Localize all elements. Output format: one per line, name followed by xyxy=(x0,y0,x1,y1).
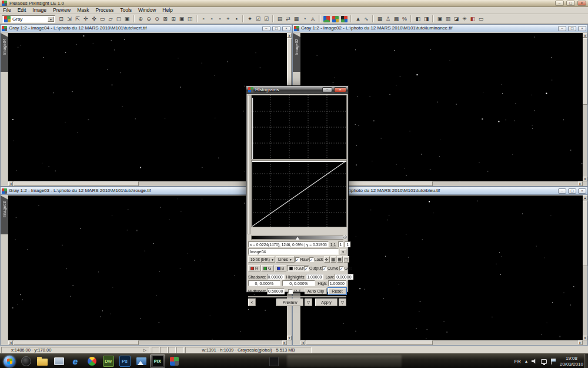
horizontal-scrollbar[interactable]: ◄ ► xyxy=(8,181,287,186)
scroll-right-icon[interactable]: ► xyxy=(578,181,583,186)
tile-windows-icon[interactable]: ◫ xyxy=(186,15,194,23)
scroll-left-icon[interactable]: ◄ xyxy=(8,340,13,345)
menu-item[interactable]: Tools xyxy=(120,7,132,14)
menu-item[interactable]: File xyxy=(3,7,11,14)
horizontal-scrollbar[interactable]: ◄ ► xyxy=(8,340,287,345)
scroll-up-icon[interactable]: ▲ xyxy=(583,33,587,38)
resolution-select[interactable]: 16-bit (64K)▼ xyxy=(248,256,275,263)
app-minimize-button[interactable]: – xyxy=(555,1,564,6)
restore-button[interactable]: ▢ xyxy=(568,188,576,194)
media-player-icon[interactable] xyxy=(18,354,34,368)
channel-merge-icon[interactable] xyxy=(340,15,349,23)
pictures-icon[interactable] xyxy=(51,354,66,368)
readout-mode-icon[interactable]: ▱ xyxy=(106,15,115,23)
percent-icon[interactable]: % xyxy=(400,15,409,23)
minimize-button[interactable]: – xyxy=(558,26,566,31)
figure-icon[interactable]: ♙ xyxy=(384,15,392,23)
mode-select[interactable]: Gray ▼ xyxy=(2,15,55,23)
stop-icon[interactable]: ▪ xyxy=(232,15,240,23)
vertical-scrollbar[interactable]: ▲ ▼ xyxy=(583,33,587,181)
next-icon[interactable]: ▫ xyxy=(208,15,216,23)
zoom-x-field[interactable]: 1 xyxy=(338,241,344,247)
scroll-thumb[interactable] xyxy=(583,201,587,266)
midtones-field[interactable]: 0.50000 xyxy=(267,289,285,294)
enable-stf-checkbox-icon[interactable]: ☑ xyxy=(254,15,262,23)
pixinsight-le-icon[interactable] xyxy=(166,354,182,368)
zoom-1-1-icon[interactable]: ⊙ xyxy=(153,15,161,23)
image-viewer-icon[interactable] xyxy=(133,354,149,368)
stf-icon[interactable]: ✦ xyxy=(246,15,254,23)
restore-button[interactable]: ▢ xyxy=(568,26,576,31)
plot-vertical-scrollbar[interactable] xyxy=(248,95,250,234)
image-select-arrow-icon[interactable]: ▼ xyxy=(340,249,346,254)
internet-explorer-icon[interactable]: e xyxy=(68,354,83,368)
close-button[interactable]: × xyxy=(282,26,290,31)
graph-style-select[interactable]: Lines▼ xyxy=(276,256,295,263)
columns-icon[interactable]: ▥ xyxy=(444,15,452,23)
center-view-icon[interactable]: ✜ xyxy=(90,15,98,23)
apply-options-icon[interactable]: ▽ xyxy=(339,299,346,306)
scroll-thumb[interactable] xyxy=(14,181,139,186)
app-window-button[interactable] xyxy=(266,354,282,368)
highlights-field[interactable]: 1.00000 xyxy=(306,274,323,280)
angle-measure-icon[interactable]: ◬ xyxy=(309,15,317,23)
scroll-thumb[interactable] xyxy=(583,38,587,105)
workspace-icon[interactable]: ▦ xyxy=(292,15,300,23)
transfer-curve-plot[interactable] xyxy=(251,160,347,227)
menu-item[interactable]: Mask xyxy=(77,7,89,14)
dialog-titlebar[interactable]: Histograms – × xyxy=(246,86,348,94)
duplicate-image-icon[interactable]: ▣ xyxy=(123,15,131,23)
histogram-plot[interactable] xyxy=(251,95,347,160)
pan-mode-icon[interactable]: ✛ xyxy=(82,15,90,23)
output-checkbox[interactable]: ✓ xyxy=(304,266,309,271)
language-indicator[interactable]: FR xyxy=(514,359,521,364)
reset-button[interactable]: Reset xyxy=(328,288,346,294)
asterisk-icon[interactable]: ✳ xyxy=(460,15,469,23)
hidden-icons-button[interactable]: ▴ xyxy=(525,359,527,364)
midtones-handle[interactable] xyxy=(296,237,299,240)
volume-icon[interactable] xyxy=(532,359,537,364)
minimize-button[interactable]: – xyxy=(558,188,566,194)
horizontal-scrollbar[interactable]: ◄ ► xyxy=(300,340,583,345)
refresh-icon[interactable]: ▫ xyxy=(216,15,224,23)
minimize-button[interactable]: – xyxy=(262,26,270,31)
scroll-down-icon[interactable]: ▼ xyxy=(287,336,292,340)
close-button[interactable]: × xyxy=(578,26,586,31)
grid-checkbox[interactable]: ✓ xyxy=(339,266,344,271)
crosshair-button[interactable]: ✛ xyxy=(324,256,330,263)
channel-split-icon[interactable] xyxy=(331,15,340,23)
zoom-1-1-link[interactable]: 1:1 xyxy=(330,243,337,247)
menu-item[interactable]: Process xyxy=(96,7,114,14)
midtones-slider[interactable] xyxy=(251,236,343,240)
image-tab[interactable]: Image04 xyxy=(1,33,8,72)
app-close-button[interactable]: × xyxy=(577,1,586,6)
scroll-left-icon[interactable]: ◄ xyxy=(300,340,305,345)
explorer-folder-icon[interactable] xyxy=(35,354,50,368)
scroll-down-icon[interactable]: ▼ xyxy=(583,336,587,340)
rgb-histogram-icon[interactable] xyxy=(322,15,331,23)
dialog-minimize-button[interactable]: – xyxy=(322,87,332,92)
screen-right-icon[interactable]: ◨ xyxy=(422,15,430,23)
menu-item[interactable]: Window xyxy=(138,7,156,14)
fit-view-icon[interactable]: ⊠ xyxy=(161,15,169,23)
maximize-view-icon[interactable]: ▣ xyxy=(178,15,186,23)
image-canvas[interactable] xyxy=(8,195,287,340)
image-tab[interactable]: Image03 xyxy=(1,195,8,234)
menu-item[interactable]: Image xyxy=(32,7,46,14)
low-field[interactable]: 0.00000 xyxy=(335,274,353,280)
dreamweaver-icon[interactable]: Dw xyxy=(101,354,116,368)
enable-mask-checkbox-icon[interactable]: ☑ xyxy=(262,15,270,23)
menu-item[interactable]: Edit xyxy=(18,7,26,14)
lock-checkbox[interactable]: ✓ xyxy=(309,257,314,262)
scroll-right-icon[interactable]: ► xyxy=(578,340,583,345)
photoshop-icon[interactable]: Ps xyxy=(117,354,132,368)
pixinsight-taskbar-button[interactable]: PIX xyxy=(150,354,165,368)
new-image-icon[interactable]: ▢ xyxy=(115,15,123,23)
shrink-view-icon[interactable]: ⇱ xyxy=(74,15,82,23)
menu-item[interactable]: Help xyxy=(162,7,172,14)
preview-button[interactable]: Preview xyxy=(276,299,303,306)
zoom-out-icon[interactable]: ⊖ xyxy=(145,15,153,23)
expand-view-icon[interactable]: ⇲ xyxy=(65,15,74,23)
auto-clip-button[interactable]: Auto Clip xyxy=(305,288,327,294)
curve-checkbox[interactable]: ✓ xyxy=(322,266,327,271)
